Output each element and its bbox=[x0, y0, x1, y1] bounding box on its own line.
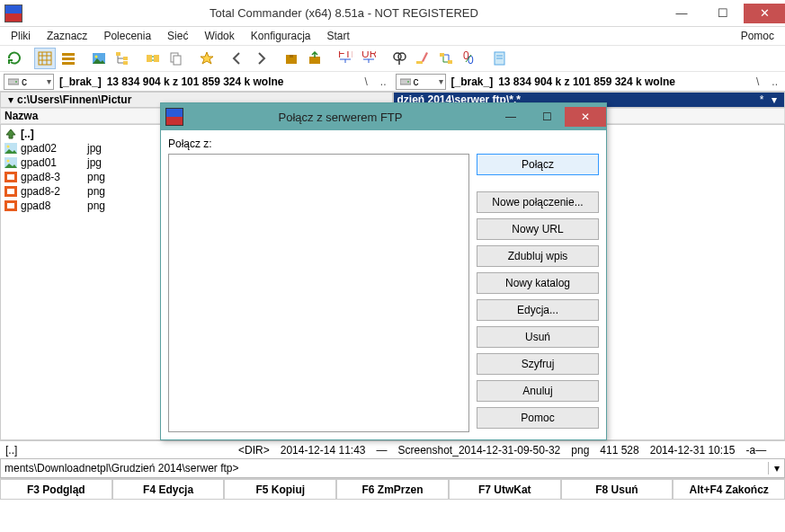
menu-konfiguracja[interactable]: Konfiguracja bbox=[244, 28, 318, 44]
jpg-icon bbox=[4, 157, 17, 168]
search-icon[interactable] bbox=[388, 48, 410, 69]
status-bar: [..] <DIR> 2014-12-14 11:43 — Screenshot… bbox=[0, 440, 785, 458]
f3-button[interactable]: F3 Podgląd bbox=[0, 479, 112, 500]
menu-start[interactable]: Start bbox=[320, 28, 357, 44]
jpg-icon bbox=[4, 143, 17, 154]
connection-list[interactable] bbox=[168, 154, 469, 432]
window-title: Total Commander (x64) 8.51a - NOT REGIST… bbox=[27, 6, 661, 20]
svg-rect-25 bbox=[416, 61, 423, 64]
menu-pliki[interactable]: Pliki bbox=[4, 28, 38, 44]
svg-rect-27 bbox=[448, 60, 452, 64]
cancel-button[interactable]: Anuluj bbox=[477, 380, 599, 402]
left-status-date: 2014-12-14 11:43 bbox=[281, 444, 366, 457]
sync-dirs-icon[interactable] bbox=[435, 48, 457, 69]
svg-rect-46 bbox=[7, 203, 14, 208]
up-arrow-icon bbox=[4, 129, 17, 139]
sync-icon[interactable] bbox=[142, 48, 164, 69]
unpack-icon[interactable] bbox=[304, 48, 326, 69]
dialog-icon bbox=[165, 108, 183, 126]
svg-rect-0 bbox=[39, 52, 51, 65]
menu-widok[interactable]: Widok bbox=[197, 28, 241, 44]
dialog-close-button[interactable]: ✕ bbox=[565, 107, 606, 127]
maximize-button[interactable]: ☐ bbox=[702, 4, 744, 23]
select-icon[interactable] bbox=[196, 48, 218, 69]
menu-polecenia[interactable]: Polecenia bbox=[96, 28, 158, 44]
left-drive-free: 13 834 904 k z 101 859 324 k wolne bbox=[107, 75, 284, 88]
right-up-button[interactable]: .. bbox=[768, 75, 781, 88]
up-label: [..] bbox=[21, 128, 84, 140]
dialog-minimize-button[interactable]: — bbox=[493, 107, 529, 127]
f7-button[interactable]: F7 UtwKat bbox=[449, 479, 561, 500]
help-button[interactable]: Pomoc bbox=[477, 407, 599, 429]
command-history-dropdown[interactable]: ▾ bbox=[768, 462, 784, 474]
png-icon bbox=[4, 200, 17, 211]
left-path-history[interactable]: ▾ bbox=[4, 93, 17, 106]
command-line: ments\Downloadnetpl\Grudzień 2014\serwer… bbox=[0, 458, 785, 478]
new-folder-button[interactable]: Nowy katalog bbox=[477, 272, 599, 294]
png-icon bbox=[4, 172, 17, 182]
command-input[interactable] bbox=[242, 460, 768, 476]
svg-rect-10 bbox=[116, 52, 120, 56]
minimize-button[interactable]: — bbox=[661, 4, 702, 23]
refresh-icon[interactable] bbox=[4, 48, 25, 69]
rename-icon[interactable] bbox=[412, 48, 433, 69]
notepad-icon[interactable] bbox=[489, 48, 511, 69]
dialog-title-bar[interactable]: Połącz z serwerem FTP — ☐ ✕ bbox=[161, 103, 606, 130]
right-path-history[interactable]: ▾ bbox=[768, 93, 781, 106]
right-drive-free: 13 834 904 k z 101 859 324 k wolne bbox=[498, 75, 675, 88]
svg-rect-11 bbox=[123, 57, 128, 60]
menu-siec[interactable]: Sieć bbox=[160, 28, 195, 44]
view-list-icon[interactable] bbox=[58, 48, 79, 69]
left-up-button[interactable]: .. bbox=[377, 75, 390, 88]
ftp-icon[interactable]: FTP bbox=[335, 48, 356, 69]
forward-icon[interactable] bbox=[250, 48, 272, 69]
url-icon[interactable]: URL bbox=[358, 48, 379, 69]
view-grid-icon[interactable] bbox=[34, 48, 56, 69]
left-status-dir: <DIR> bbox=[238, 444, 270, 457]
encrypt-button[interactable]: Szyfruj bbox=[477, 353, 599, 375]
left-drive-select[interactable]: c bbox=[4, 74, 54, 90]
delete-button[interactable]: Usuń bbox=[477, 326, 599, 348]
svg-rect-5 bbox=[62, 53, 75, 56]
edit-button[interactable]: Edycja... bbox=[477, 299, 599, 321]
left-drive-letter: c bbox=[22, 75, 27, 88]
f8-button[interactable]: F8 Usuń bbox=[561, 479, 673, 500]
new-connection-button[interactable]: Nowe połączenie... bbox=[477, 191, 599, 213]
svg-point-38 bbox=[7, 146, 10, 148]
right-path-star[interactable]: * bbox=[755, 93, 768, 106]
copy-names-icon[interactable] bbox=[165, 48, 187, 69]
svg-rect-13 bbox=[147, 55, 152, 62]
svg-point-23 bbox=[398, 53, 406, 60]
f4-button[interactable]: F4 Edycja bbox=[112, 479, 225, 500]
compare-icon[interactable]: 00 bbox=[459, 48, 480, 69]
back-icon[interactable] bbox=[227, 48, 248, 69]
svg-rect-14 bbox=[154, 55, 159, 62]
dialog-title: Połącz z serwerem FTP bbox=[188, 111, 493, 124]
ftp-connect-dialog: Połącz z serwerem FTP — ☐ ✕ Połącz z: Po… bbox=[160, 102, 607, 440]
menu-zaznacz[interactable]: Zaznacz bbox=[40, 28, 94, 44]
app-icon bbox=[4, 4, 22, 22]
tree-icon[interactable] bbox=[112, 48, 133, 69]
dialog-maximize-button[interactable]: ☐ bbox=[529, 107, 565, 127]
svg-rect-42 bbox=[7, 174, 14, 180]
f5-button[interactable]: F5 Kopiuj bbox=[224, 479, 336, 500]
command-prompt: ments\Downloadnetpl\Grudzień 2014\serwer… bbox=[1, 462, 242, 474]
menu-pomoc[interactable]: Pomoc bbox=[734, 28, 781, 44]
duplicate-button[interactable]: Zdubluj wpis bbox=[477, 245, 599, 267]
close-button[interactable]: ✕ bbox=[744, 4, 785, 23]
pack-icon[interactable] bbox=[281, 48, 302, 69]
svg-rect-16 bbox=[174, 56, 181, 65]
svg-rect-12 bbox=[123, 61, 128, 65]
svg-rect-26 bbox=[440, 53, 444, 57]
right-drive-select[interactable]: c bbox=[396, 74, 446, 90]
connect-button[interactable]: Połącz bbox=[477, 154, 599, 175]
altf4-button[interactable]: Alt+F4 Zakończ bbox=[673, 479, 785, 500]
f6-button[interactable]: F6 ZmPrzen bbox=[336, 479, 449, 500]
image-icon[interactable] bbox=[88, 48, 110, 69]
right-status-attrs: -a— bbox=[745, 444, 766, 457]
left-root-button[interactable]: \ bbox=[361, 75, 370, 88]
right-root-button[interactable]: \ bbox=[753, 75, 763, 88]
right-status-size: 411 528 bbox=[600, 444, 638, 457]
svg-rect-18 bbox=[290, 55, 293, 58]
new-url-button[interactable]: Nowy URL bbox=[477, 218, 599, 240]
